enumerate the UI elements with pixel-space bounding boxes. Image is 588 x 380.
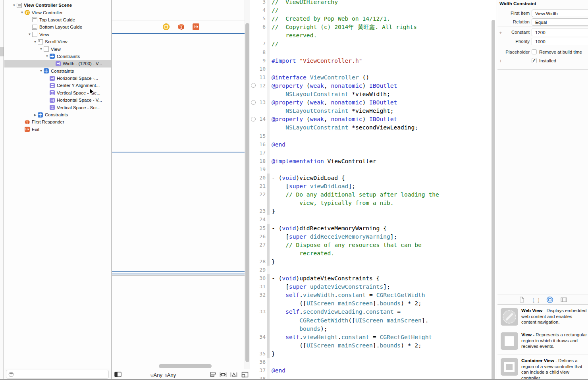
code-text: - (void)didReceiveMemoryWarning {: [270, 224, 387, 232]
dock-view-controller-icon[interactable]: [163, 23, 170, 30]
xcode-window: ▼View Controller Scene▼View ControllerTo…: [0, 0, 588, 380]
code-text: [270, 266, 272, 274]
library-item-view[interactable]: View - Represents a rectangular region i…: [497, 329, 588, 355]
outline-row-vertical-space-scr[interactable]: Vertical Space - Scr...: [4, 104, 111, 111]
line-number: [251, 299, 266, 307]
code-snippet-icon[interactable]: { }: [532, 296, 540, 303]
outline-row-exit[interactable]: Exit: [4, 126, 111, 133]
outline-row-constraints[interactable]: ▼Constraints: [4, 68, 111, 75]
code-line-3: 3// ViewUIHierarchy: [251, 0, 491, 6]
placeholder-checkbox[interactable]: [532, 49, 537, 54]
disclosure-triangle[interactable]: ▼: [33, 40, 38, 44]
constraint-v-icon: [50, 90, 55, 95]
outline-row-top-layout-guide[interactable]: Top Layout Guide: [4, 16, 111, 23]
focus-ribbon: [267, 232, 270, 241]
resolve-auto-layout-icon[interactable]: [230, 372, 237, 379]
outline-filter-bar: [4, 368, 111, 380]
canvas-horizontal-scrollbar-thumb[interactable]: [159, 364, 212, 368]
outline-row-constraints[interactable]: ▶Constraints: [4, 111, 111, 118]
size-class-control[interactable]: wAnyhAny: [150, 371, 178, 378]
pane-drag-handle[interactable]: [0, 47, 4, 56]
canvas-bottom-bar: wAnyhAny: [112, 369, 250, 380]
outline-label: Constraints: [49, 69, 74, 73]
dock-first-responder-icon[interactable]: 1: [178, 23, 185, 30]
focus-ribbon: [267, 39, 270, 48]
outline-filter-field[interactable]: [6, 370, 109, 379]
outline-row-view-controller-scene[interactable]: ▼View Controller Scene: [4, 2, 111, 9]
disclosure-triangle[interactable]: ▼: [39, 69, 44, 73]
outline-label: Bottom Layout Guide: [37, 25, 82, 29]
outline-row-bottom-layout-guide[interactable]: Bottom Layout Guide: [4, 23, 111, 31]
web-view-object-icon: [501, 308, 518, 326]
outlet-connection-well[interactable]: [251, 100, 256, 105]
dock-exit-icon[interactable]: [193, 23, 199, 30]
code-text: @end: [270, 366, 285, 374]
disclosure-triangle[interactable]: ▶: [33, 113, 38, 117]
code-text: - (void)viewDidLoad {: [270, 174, 345, 182]
outline-row-constraints[interactable]: ▼Constraints: [4, 53, 111, 60]
svg-text:{ }: { }: [533, 297, 539, 303]
file-template-icon[interactable]: [519, 296, 526, 303]
focus-ribbon: [267, 274, 270, 282]
code-line-5: 5// Created by Pop Web on 14/12/1.: [251, 14, 491, 23]
disclosure-triangle[interactable]: ▼: [12, 4, 17, 7]
focus-ribbon: [267, 291, 270, 299]
code-text: [270, 358, 272, 366]
disclosure-triangle[interactable]: ▼: [44, 54, 50, 58]
focus-ribbon: [267, 31, 270, 39]
placeholder-checkbox-label: Remove at build time: [539, 50, 582, 54]
pin-icon[interactable]: [220, 372, 227, 379]
code-text: #import "ViewController.h": [270, 56, 362, 65]
library-item-web-view[interactable]: Web View - Displays embedded web content…: [497, 305, 588, 329]
disclosure-triangle[interactable]: ▼: [19, 11, 25, 14]
line-number: 30: [251, 274, 266, 282]
media-library-icon[interactable]: [560, 296, 567, 303]
document-outline-sidebar: ▼View Controller Scene▼View ControllerTo…: [4, 0, 112, 380]
outline-row-width-1200-v[interactable]: Width - (1200) - V...: [4, 60, 111, 67]
code-text: [270, 165, 272, 174]
scene-outline-tree: ▼View Controller Scene▼View ControllerTo…: [4, 2, 111, 133]
window-edge-strip: [0, 0, 4, 380]
outline-toggle-icon[interactable]: [114, 372, 121, 379]
code-line-wrap: reserved.: [251, 31, 491, 39]
align-icon[interactable]: [210, 372, 217, 379]
outlet-connection-well[interactable]: [251, 117, 256, 122]
outline-row-horizontal-space[interactable]: Horizontal Space -...: [4, 75, 111, 82]
line-number: [251, 123, 266, 131]
disclosure-triangle[interactable]: ▼: [27, 33, 32, 36]
canvas-vertical-scrollbar-thumb[interactable]: [245, 23, 249, 362]
canvas-vertical-scrollbar[interactable]: [245, 0, 250, 369]
outline-row-scroll-view[interactable]: ▼Scroll View: [4, 38, 111, 45]
focus-ribbon: [267, 174, 270, 182]
line-number: 29: [251, 266, 266, 274]
code-line-16: 16@end: [251, 140, 491, 149]
outline-row-first-responder[interactable]: 1First Responder: [4, 118, 111, 125]
interface-builder-canvas[interactable]: 1 wAnyhAny: [112, 0, 250, 380]
library-item-container-view[interactable]: Container View - Defines a region of a v…: [497, 355, 588, 380]
disclosure-triangle[interactable]: ▼: [39, 47, 44, 51]
outline-row-view-controller[interactable]: ▼View Controller: [4, 9, 111, 16]
constraint-v-icon: [50, 105, 55, 110]
outline-row-view[interactable]: ▼View: [4, 31, 111, 38]
editor-scrollbar-thumb[interactable]: [492, 20, 495, 380]
outline-row-view[interactable]: ▼View: [4, 45, 111, 52]
code-text: @property (weak, nonatomic) IBOutlet: [270, 81, 397, 90]
code-line-26: 26 [super didReceiveMemoryWarning];: [251, 232, 491, 241]
code-text: ([UIScreen mainScreen].bounds) * 2;: [270, 341, 422, 349]
code-line-31: 31 [super updateViewConstraints];: [251, 282, 491, 291]
focus-ribbon: [267, 307, 270, 316]
code-line-wrap: CGRectGetWidth([UIScreen mainScreen].: [251, 316, 491, 324]
installed-checkbox[interactable]: [532, 58, 537, 63]
resizing-behavior-icon[interactable]: [241, 372, 249, 379]
library-item-text: Container View - Defines a region of a v…: [521, 358, 587, 380]
constant-field[interactable]: 1200: [532, 29, 588, 36]
line-number: 11: [251, 73, 266, 81]
constant-label: Constant: [497, 30, 530, 35]
priority-field[interactable]: 1000: [532, 38, 588, 45]
relation-popup[interactable]: Equal: [532, 18, 588, 26]
code-line-18: 18@implementation ViewController: [251, 157, 491, 165]
object-library-icon[interactable]: [546, 296, 553, 303]
first-item-popup[interactable]: View.Width: [532, 10, 588, 17]
source-editor[interactable]: 3// ViewUIHierarchy4//5// Created by Pop…: [251, 0, 497, 380]
focus-ribbon: [267, 299, 270, 307]
